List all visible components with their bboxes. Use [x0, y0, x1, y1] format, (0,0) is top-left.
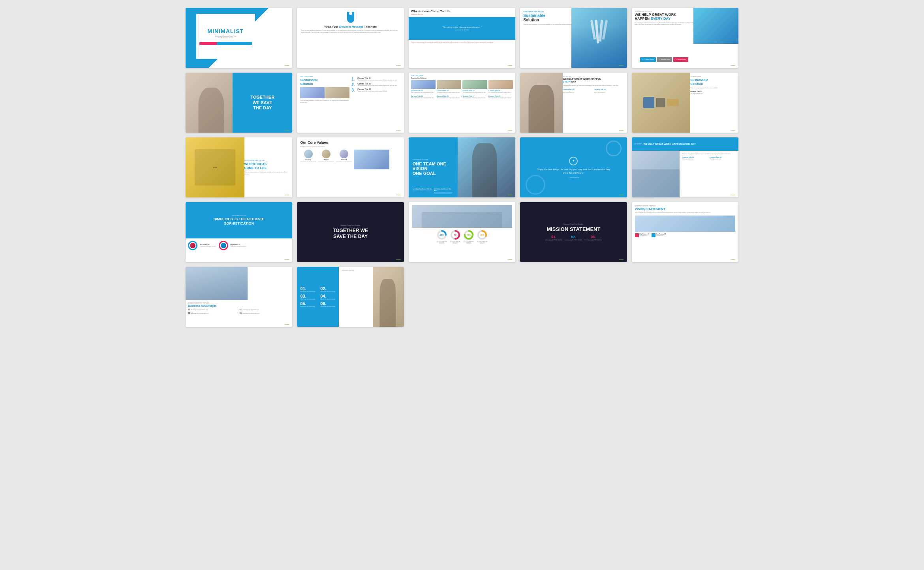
slide-22[interactable]: 01.Placeholder text here simply. 02.Plac… — [297, 267, 404, 327]
slide-8[interactable]: OUR CORE THEME Sustainable Solution Cont… — [409, 73, 515, 133]
slide-17-tag: Business / PowerPoint Template — [341, 225, 361, 226]
slide-14-author: — Robert Brault — [568, 176, 579, 178]
slide-1-bar — [199, 42, 252, 45]
slide-15[interactable]: OUR MISSION WE HELP GREAT WORK HAPPEN EV… — [632, 137, 738, 197]
envato-logo-10: envato — [731, 129, 735, 131]
slide-17-heading: TOGETHER WESAVE THE DAY — [333, 228, 368, 240]
envato-logo-17: envato — [396, 259, 400, 261]
slide-22-left: 01.Placeholder text here simply. 02.Plac… — [297, 267, 342, 327]
slide-20-img — [635, 216, 735, 232]
slide-2[interactable]: Write Your Welcome Message Title Here Th… — [297, 8, 404, 68]
envato-logo-12: envato — [396, 194, 400, 196]
slide-10[interactable]: Our Mission & Vision SustainableSolution… — [632, 73, 738, 133]
slide-14-icon: ✦ — [569, 157, 578, 165]
slide-10-content: Our Mission & Vision SustainableSolution… — [687, 73, 738, 99]
slide-12-circles: Simplicity This is simple, you may repla… — [300, 150, 400, 169]
slide-2-icon — [347, 12, 354, 23]
envato-logo-14: envato — [619, 194, 624, 196]
slide-14[interactable]: ✦ "Enjoy the little things, for one day … — [520, 137, 627, 197]
envato-logo-7: envato — [396, 129, 400, 131]
slide-15-top: OUR MISSION WE HELP GREAT WORK HAPPEN EV… — [632, 137, 738, 150]
slide-6-left-img — [186, 73, 237, 133]
slide-4-content: TOGETHER WE SAVE THE DAY SustainableSolu… — [520, 8, 576, 29]
slide-12-sub: Embrace a culture of Continuous Improvem… — [300, 146, 400, 148]
slide-21[interactable]: Business PowerPoint Template Business Ad… — [186, 267, 292, 327]
slide-3-header: Where Ideas Come To Life — [409, 8, 515, 14]
slide-1[interactable]: MINIMALIST Multipurpose Business PowerPo… — [186, 8, 292, 68]
slide-13-bottom: 1st Column Key Element Title Here There … — [409, 185, 458, 197]
slide-16-bottom: Key Feature 01 Placeholder description t… — [186, 238, 292, 253]
slide-5[interactable]: SUSTAINABLE SOLUTION WE HELP GREAT WORKH… — [632, 8, 738, 68]
slide-3-body: There are many variations of Lorem ipsum… — [409, 40, 515, 45]
envato-logo-21: envato — [285, 324, 289, 325]
slide-2-body: There are many variations of passages of… — [301, 30, 400, 33]
slide-12-heading: Our Core Values — [300, 141, 400, 144]
slide-7-right: 1. Content Title 01This is placeholder t… — [348, 73, 404, 96]
envato-logo-5: envato — [731, 65, 735, 66]
slide-17[interactable]: Business / PowerPoint Template TOGETHER … — [297, 202, 404, 262]
slide-20-text: This is a sample text. You simply add yo… — [635, 212, 735, 214]
slide-3[interactable]: Where Ideas Come To Life Presentation Sl… — [409, 8, 515, 68]
slide-21-content: Business PowerPoint Template Business Ad… — [186, 300, 292, 327]
slide-5-btns: ✓ Creative Slides ✓ Flexible Slides ✓ Si… — [640, 57, 688, 62]
slide-5-img — [693, 8, 738, 44]
slide-1-title: MINIMALIST — [208, 28, 244, 34]
slide-6[interactable]: TOGETHERWE SAVETHE DAY envato — [186, 73, 292, 133]
slide-21-img — [186, 267, 248, 300]
slide-11[interactable]: ●●● Together We Save The Day WHERE IDEAS… — [186, 137, 292, 197]
envato-logo-11: envato — [285, 194, 289, 196]
slide-19[interactable]: Business / PowerPoint Template MISSION S… — [520, 202, 627, 262]
slide-20-heading: VISION STATEMENT — [635, 207, 735, 211]
slide-1-subtitle: Multipurpose Business PowerPointFor All … — [215, 36, 236, 39]
slide-3-subheader: Presentation Slide here — [409, 14, 515, 15]
slide-7-left: OUR CORE THEME SustainableSolution There… — [297, 73, 353, 133]
envato-logo-16: envato — [285, 259, 289, 261]
slide-13[interactable]: Together We Go To Far ONE TEAM ONEVISION… — [409, 137, 515, 197]
slide-18[interactable]: 25% Q1 2019 FINANCIALRESULTS 50 Q2 2019 … — [409, 202, 515, 262]
envato-logo-6: envato — [285, 129, 289, 131]
slide-20-items: Key Feature 01Placeholder text. Key Feat… — [635, 233, 735, 237]
envato-logo-4: envato — [619, 65, 624, 66]
slide-5-content: SUSTAINABLE SOLUTION WE HELP GREAT WORKH… — [632, 8, 698, 29]
envato-logo-18: envato — [508, 259, 512, 261]
envato-logo-13: envato — [508, 194, 512, 196]
slide-1-content: MINIMALIST Multipurpose Business PowerPo… — [196, 14, 255, 59]
slide-18-top-img — [412, 205, 512, 228]
slide-11-notebook-img: ●●● — [186, 137, 244, 197]
slide-12[interactable]: Our Core Values Embrace a culture of Con… — [297, 137, 404, 197]
slide-3-blue-bar: "Simplicity is the ultimate sophisticati… — [409, 17, 515, 40]
envato-logo-8: envato — [508, 129, 512, 131]
slide-8-heading: Sustainable Solution — [411, 77, 513, 79]
slide-13-right-img — [453, 137, 515, 197]
slide-7[interactable]: OUR CORE THEME SustainableSolution There… — [297, 73, 404, 133]
slide-22-right: Presentation Text Here — [339, 267, 404, 327]
slide-19-tag: Business / PowerPoint Template — [524, 223, 623, 225]
slide-20[interactable]: Business PowerPoint Template VISION STAT… — [632, 202, 738, 262]
slides-grid: MINIMALIST Multipurpose Business PowerPo… — [186, 8, 738, 327]
slide-4-img — [571, 8, 627, 68]
slide-9-img — [520, 73, 563, 133]
slide-9[interactable]: OUR MISSION WE HELP GREAT WORK HAPPENEVE… — [520, 73, 627, 133]
envato-logo-9: envato — [619, 129, 624, 131]
slide-19-heading: MISSION STATEMENT — [524, 226, 623, 232]
slide-11-content: Together We Save The Day WHERE IDEASCOME… — [241, 137, 293, 197]
slide-14-quote: "Enjoy the little things, for one day yo… — [534, 168, 613, 175]
envato-logo-15: envato — [731, 194, 735, 196]
envato-logo-1: envato — [285, 65, 289, 66]
slide-8-tag: OUR CORE THEME — [411, 75, 513, 77]
slide-15-content: There are many variations of Lorem ipsum… — [632, 151, 738, 198]
slide-18-charts: 25% Q1 2019 FINANCIALRESULTS 50 Q2 2019 … — [412, 230, 512, 244]
slide-6-right: TOGETHERWE SAVETHE DAY — [233, 73, 292, 133]
slide-10-products — [632, 73, 691, 133]
slide-20-tag: Business PowerPoint Template — [635, 205, 735, 207]
slide-3-quote: "Simplicity is the ultimate sophisticati… — [443, 26, 482, 31]
envato-logo-2: envato — [396, 65, 400, 66]
slide-4[interactable]: TOGETHER WE SAVE THE DAY SustainableSolu… — [520, 8, 627, 68]
envato-logo-3: envato — [508, 65, 512, 66]
envato-logo-19: envato — [619, 259, 624, 261]
slide-9-content: OUR MISSION WE HELP GREAT WORK HAPPENEVE… — [560, 73, 627, 97]
slide-19-items: 01. Lorem ipsum placeholder text here. 0… — [524, 235, 623, 241]
slide-16[interactable]: SUSTAINABLE SOLUTION SIMPLICITY IS THE U… — [186, 202, 292, 262]
envato-logo-20: envato — [731, 259, 735, 261]
slide-2-title: Write Your Welcome Message Title Here — [324, 25, 376, 28]
